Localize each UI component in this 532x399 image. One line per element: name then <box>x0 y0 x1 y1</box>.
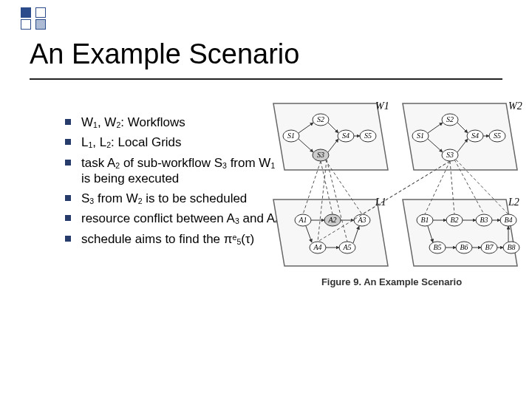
quad-label-w2: W2 <box>508 100 522 112</box>
slide-title: An Example Scenario <box>30 38 299 70</box>
svg-text:S2: S2 <box>446 115 454 123</box>
svg-text:A3: A3 <box>357 216 366 224</box>
svg-text:B8: B8 <box>507 243 515 251</box>
svg-marker-3 <box>403 200 517 266</box>
svg-text:S4: S4 <box>342 132 349 140</box>
svg-text:S1: S1 <box>417 132 424 140</box>
title-rule <box>30 78 502 80</box>
svg-text:A1: A1 <box>298 216 307 224</box>
bullet-list: W1, W2: Workflows L1, L2: Local Grids ta… <box>35 115 283 251</box>
svg-text:B1: B1 <box>420 216 429 224</box>
example-scenario-figure: W1 W2 L1 L2 S1 S2 S3 S4 S5 S1 S2 S3 <box>259 96 525 273</box>
svg-text:A2: A2 <box>327 216 336 224</box>
svg-text:B3: B3 <box>480 216 488 224</box>
bullet-item: W1, W2: Workflows <box>65 115 283 130</box>
svg-text:S5: S5 <box>494 132 501 140</box>
figure-caption: Figure 9. An Example Scenario <box>259 276 525 287</box>
figure-container: W1 W2 L1 L2 S1 S2 S3 S4 S5 S1 S2 S3 <box>259 96 525 287</box>
svg-text:B7: B7 <box>485 243 494 251</box>
quad-label-w1: W1 <box>375 100 389 112</box>
svg-text:B2: B2 <box>450 216 458 224</box>
bullet-item: schedule aims to find the πe5(τ) <box>65 231 283 247</box>
svg-text:S2: S2 <box>317 115 324 123</box>
quad-label-l1: L1 <box>375 197 386 208</box>
svg-text:B6: B6 <box>460 243 468 251</box>
logo-squares-icon <box>13 4 53 30</box>
slide: An Example Scenario W1, W2: Workflows L1… <box>0 0 532 399</box>
svg-text:B4: B4 <box>504 216 512 224</box>
bullet-item: task A2 of sub-workflow S3 from W1 is be… <box>65 155 283 187</box>
svg-text:S5: S5 <box>364 132 372 140</box>
svg-text:A4: A4 <box>313 243 321 251</box>
svg-text:S1: S1 <box>287 132 295 140</box>
bullet-item: S3 from W2 is to be scheduled <box>65 191 283 206</box>
svg-text:S4: S4 <box>471 132 479 140</box>
bullet-item: resource conflict between A3 and A4 <box>65 211 283 226</box>
quad-label-l2: L2 <box>508 197 519 208</box>
svg-marker-2 <box>273 200 388 266</box>
svg-text:A5: A5 <box>342 243 351 251</box>
svg-text:B5: B5 <box>433 243 441 251</box>
svg-text:S3: S3 <box>446 151 454 159</box>
bullet-item: L1, L2: Local Grids <box>65 134 283 150</box>
svg-text:S3: S3 <box>317 151 324 159</box>
